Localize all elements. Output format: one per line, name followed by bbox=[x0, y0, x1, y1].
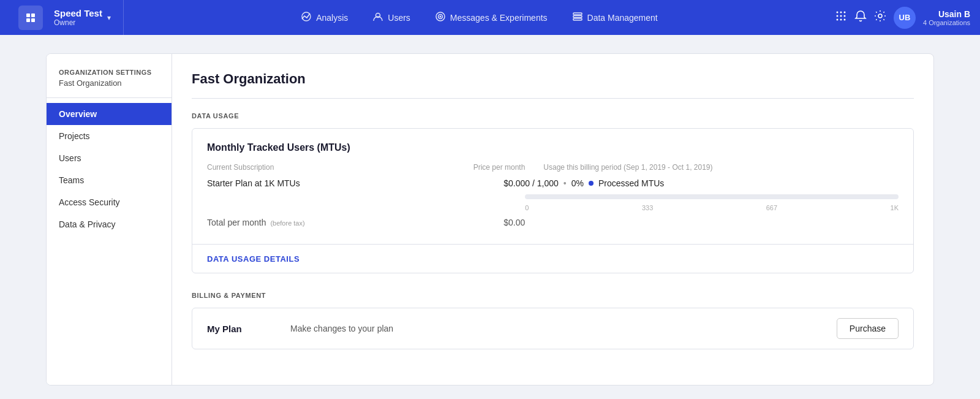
data-usage-card-inner: Monthly Tracked Users (MTUs) Current Sub… bbox=[192, 129, 913, 244]
nav-analysis-label: Analysis bbox=[316, 13, 348, 23]
org-settings-label: ORGANIZATION SETTINGS bbox=[59, 69, 159, 76]
svg-point-15 bbox=[836, 15, 838, 17]
avatar[interactable]: UB bbox=[894, 7, 916, 29]
page-title: Fast Organization bbox=[192, 71, 914, 99]
data-usage-details-link[interactable]: DATA USAGE DETAILS bbox=[207, 254, 300, 264]
my-plan-label: My Plan bbox=[207, 324, 281, 334]
usage-col: 0 / 1,000 • 0% Processed MTUs bbox=[525, 175, 899, 215]
brand-text: Speed Test Owner bbox=[54, 8, 102, 27]
col-subscription-header: Current Subscription bbox=[207, 163, 401, 175]
col-usage-header: Usage this billing period (Sep 1, 2019 -… bbox=[525, 163, 899, 175]
user-info: Usain B 4 Organizations bbox=[923, 9, 970, 26]
svg-rect-0 bbox=[26, 13, 30, 17]
plan-price: $0.00 bbox=[401, 175, 525, 215]
brand-role: Owner bbox=[54, 18, 102, 27]
billing-card-inner: My Plan Make changes to your plan Purcha… bbox=[192, 308, 913, 349]
svg-point-8 bbox=[440, 16, 441, 17]
usage-row: 0 / 1,000 • 0% Processed MTUs bbox=[525, 178, 899, 188]
svg-rect-11 bbox=[573, 18, 582, 20]
total-label: Total per month (before tax) bbox=[207, 215, 401, 230]
svg-point-18 bbox=[836, 19, 838, 21]
brand-area[interactable]: Speed Test Owner ▾ bbox=[0, 0, 124, 35]
analysis-icon bbox=[301, 11, 312, 25]
table-row-total: Total per month (before tax) $0.00 bbox=[207, 215, 899, 230]
sidebar-item-overview[interactable]: Overview bbox=[47, 103, 172, 125]
nav-users[interactable]: Users bbox=[372, 9, 410, 27]
svg-point-21 bbox=[878, 14, 882, 18]
data-usage-section-label: DATA USAGE bbox=[192, 112, 914, 120]
data-usage-card-footer: DATA USAGE DETAILS bbox=[192, 244, 913, 273]
usage-bullet: • bbox=[564, 178, 567, 188]
bell-icon[interactable] bbox=[854, 10, 867, 25]
sidebar-item-teams[interactable]: Teams bbox=[47, 169, 172, 191]
col-price-header: Price per month bbox=[401, 163, 525, 175]
svg-rect-9 bbox=[573, 13, 582, 15]
gear-icon[interactable] bbox=[874, 10, 886, 25]
brand-name: Speed Test bbox=[54, 8, 102, 18]
org-name: Fast Organization bbox=[59, 78, 159, 88]
nav-center: Analysis Users Messages & Experiments bbox=[124, 9, 835, 27]
brand-chevron-icon: ▾ bbox=[107, 13, 111, 22]
grid-icon[interactable] bbox=[835, 10, 847, 25]
nav-users-label: Users bbox=[388, 13, 410, 23]
nav-data-management[interactable]: Data Management bbox=[572, 9, 658, 27]
mtu-table: Current Subscription Price per month Usa… bbox=[207, 163, 899, 230]
svg-point-13 bbox=[840, 12, 842, 13]
sidebar-item-access-security[interactable]: Access Security bbox=[47, 191, 172, 213]
main-content: Fast Organization DATA USAGE Monthly Tra… bbox=[172, 54, 933, 385]
svg-rect-2 bbox=[26, 18, 30, 22]
svg-rect-1 bbox=[31, 13, 35, 17]
data-mgmt-icon bbox=[572, 11, 583, 25]
usage-fraction: 0 / 1,000 bbox=[525, 178, 559, 188]
svg-point-20 bbox=[843, 19, 845, 21]
messages-icon bbox=[435, 11, 446, 25]
page-container: ORGANIZATION SETTINGS Fast Organization … bbox=[0, 35, 980, 399]
total-usage-empty bbox=[525, 215, 899, 230]
progress-labels: 0 333 667 1K bbox=[525, 204, 899, 211]
purchase-button[interactable]: Purchase bbox=[837, 318, 899, 339]
billing-card: My Plan Make changes to your plan Purcha… bbox=[192, 308, 914, 349]
nav-analysis[interactable]: Analysis bbox=[301, 9, 348, 27]
svg-point-19 bbox=[840, 19, 842, 21]
users-icon bbox=[372, 11, 383, 25]
progress-bar-container bbox=[525, 194, 899, 199]
progress-label-0: 0 bbox=[525, 204, 529, 211]
nav-right: UB Usain B 4 Organizations bbox=[835, 7, 980, 29]
sidebar-item-users[interactable]: Users bbox=[47, 147, 172, 169]
usage-pct: 0% bbox=[571, 178, 584, 188]
processed-label: Processed MTUs bbox=[598, 178, 664, 188]
svg-point-14 bbox=[843, 12, 845, 13]
table-row-plan: Starter Plan at 1K MTUs $0.00 0 / 1,000 … bbox=[207, 175, 899, 215]
svg-point-4 bbox=[302, 12, 311, 21]
nav-messages[interactable]: Messages & Experiments bbox=[435, 9, 548, 27]
user-orgs: 4 Organizations bbox=[923, 19, 970, 26]
svg-rect-10 bbox=[573, 15, 582, 17]
svg-point-12 bbox=[836, 12, 838, 13]
top-navigation: Speed Test Owner ▾ Analysis Users bbox=[0, 0, 980, 35]
nav-messages-label: Messages & Experiments bbox=[450, 13, 548, 23]
my-plan-desc: Make changes to your plan bbox=[290, 324, 827, 333]
svg-rect-3 bbox=[31, 18, 35, 22]
svg-point-16 bbox=[840, 15, 842, 17]
data-usage-card: Monthly Tracked Users (MTUs) Current Sub… bbox=[192, 128, 914, 273]
user-name: Usain B bbox=[923, 9, 970, 19]
billing-section-label: BILLING & PAYMENT bbox=[192, 292, 914, 299]
progress-label-667: 667 bbox=[766, 204, 777, 211]
before-tax-label: (before tax) bbox=[270, 219, 304, 227]
progress-label-333: 333 bbox=[642, 204, 653, 211]
sidebar: ORGANIZATION SETTINGS Fast Organization … bbox=[47, 54, 172, 385]
content-wrapper: ORGANIZATION SETTINGS Fast Organization … bbox=[46, 53, 934, 386]
mtu-title: Monthly Tracked Users (MTUs) bbox=[207, 142, 899, 153]
plan-label: Starter Plan at 1K MTUs bbox=[207, 175, 401, 215]
svg-point-17 bbox=[843, 15, 845, 17]
sidebar-item-projects[interactable]: Projects bbox=[47, 125, 172, 147]
app-icon-btn[interactable] bbox=[18, 6, 43, 30]
total-price: $0.00 bbox=[401, 215, 525, 230]
processed-dot bbox=[589, 181, 594, 186]
progress-label-1k: 1K bbox=[891, 204, 899, 211]
sidebar-item-data-privacy[interactable]: Data & Privacy bbox=[47, 213, 172, 235]
sidebar-divider bbox=[47, 97, 172, 98]
sidebar-header: ORGANIZATION SETTINGS Fast Organization bbox=[47, 69, 172, 97]
nav-data-mgmt-label: Data Management bbox=[587, 13, 658, 23]
